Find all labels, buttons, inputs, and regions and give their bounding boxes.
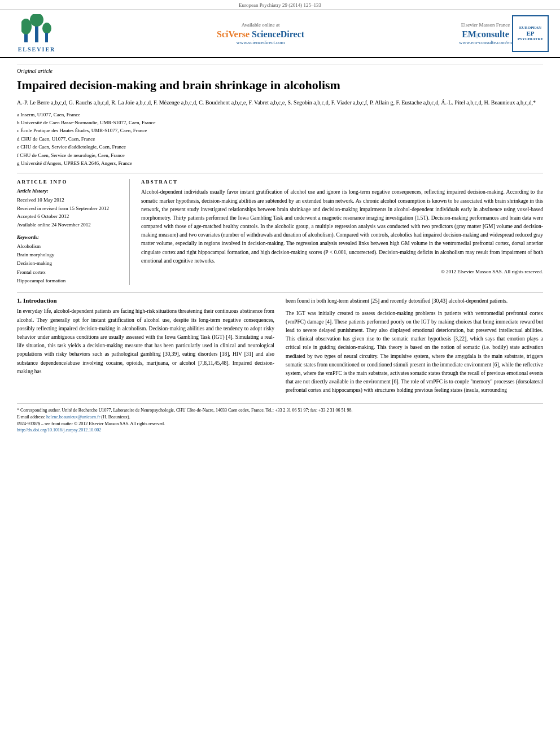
em-consulte-text: EM|consulte — [459, 29, 512, 40]
introduction-cols: 1. Introduction In everyday life, alcoho… — [17, 297, 543, 395]
received-date: Received 10 May 2012 — [17, 196, 121, 204]
affiliation-item: b Université de Caen Basse-Normandie, UM… — [17, 119, 543, 126]
header-center: Available online at SciVerse ScienceDire… — [62, 22, 459, 45]
introduction-section: 1. Introduction In everyday life, alcoho… — [17, 292, 543, 395]
em-url: www.em-consulte.com/en — [459, 40, 512, 45]
footnote-doi: http://dx.doi.org/10.1016/j.eurpsy.2012.… — [17, 427, 543, 433]
affiliations: a Inserm, U1077, Caen, Franceb Universit… — [17, 111, 543, 168]
elsevier-label: ELSEVIER — [18, 46, 56, 53]
authors-text: A.-P. Le Berre a,b,c,d, G. Rauchs a,b,c,… — [17, 99, 536, 106]
doi-link[interactable]: http://dx.doi.org/10.1016/j.eurpsy.2012.… — [17, 427, 101, 433]
affiliation-item: d CHU de Caen, U1077, Caen, France — [17, 135, 543, 143]
article-history-label: Article history: — [17, 188, 121, 194]
ep-logo-text: EUROPEAN — [519, 25, 541, 30]
page-wrapper: European Psychiatry 29 (2014) 125–133 EL… — [0, 0, 560, 438]
footnote-email-link[interactable]: helene.beaunieux@unicaen.fr — [46, 414, 100, 420]
affiliation-item: e CHU de Caen, Service d'addictologie, C… — [17, 143, 543, 151]
article-info-col: ARTICLE INFO Article history: Received 1… — [17, 179, 130, 285]
intro-right-paragraph: been found in both long-term abstinent [… — [286, 297, 543, 305]
available-online-text: Available online at — [73, 22, 448, 28]
sd-url: www.sciencedirect.com — [73, 40, 448, 45]
keywords-label: Keywords: — [17, 234, 121, 240]
header-right: Elsevier Masson France EM|consulte www.e… — [459, 22, 512, 45]
abstract-text: Alcohol-dependent individuals usually fa… — [141, 188, 543, 265]
article-info-heading: ARTICLE INFO — [17, 179, 121, 185]
sciencedirect-text: ScienceDirect — [252, 29, 304, 39]
abstract-copyright: © 2012 Elsevier Masson SAS. All rights r… — [141, 268, 543, 276]
intro-right-paragraph: The IGT was initially created to assess … — [286, 309, 543, 395]
keyword-item: Frontal cortex — [17, 268, 121, 277]
elsevier-tree-icon — [21, 14, 53, 45]
ep-logo-box: EUROPEAN EP PSYCHIATRY — [512, 15, 549, 52]
affiliation-item: g Université d'Angers, UPRES EA 2646, An… — [17, 159, 543, 167]
sciverse-text: SciVerse — [217, 29, 252, 39]
svg-point-4 — [42, 23, 51, 34]
intro-left-text: In everyday life, alcohol-dependent pati… — [17, 307, 274, 376]
abstract-heading: ABSTRACT — [141, 179, 543, 185]
keywords-section: Keywords: AlcoholismBrain morphologyDeci… — [17, 234, 121, 285]
keyword-item: Decision-making — [17, 259, 121, 268]
footnote-star: * Corresponding author. Unité de Recherc… — [17, 407, 543, 414]
ep-logo-text2: PSYCHIATRY — [518, 37, 544, 41]
intro-right-col: been found in both long-term abstinent [… — [286, 297, 543, 395]
journal-citation: European Psychiatry 29 (2014) 125–133 — [239, 2, 321, 8]
svg-rect-5 — [45, 33, 48, 42]
keywords-list: AlcoholismBrain morphologyDecision-makin… — [17, 242, 121, 285]
keyword-item: Alcoholism — [17, 242, 121, 251]
affiliation-item: c École Pratique des Hautes Études, UMR-… — [17, 126, 543, 134]
authors-line: A.-P. Le Berre a,b,c,d, G. Rauchs a,b,c,… — [17, 98, 543, 107]
online-date: Available online 24 November 2012 — [17, 221, 121, 229]
two-column-section: ARTICLE INFO Article history: Received 1… — [17, 173, 543, 285]
footnote-section: * Corresponding author. Unité de Recherc… — [17, 403, 543, 433]
intro-left-col: 1. Introduction In everyday life, alcoho… — [17, 297, 274, 395]
keyword-item: Brain morphology — [17, 251, 121, 259]
elsevier-logo: ELSEVIER — [11, 14, 62, 53]
ep-logo-big: EP — [526, 30, 534, 37]
revised-date: Received in revised form 15 September 20… — [17, 204, 121, 212]
footnote-issn: 0924-9338/$ – see front matter © 2012 El… — [17, 421, 543, 427]
svg-point-3 — [30, 14, 43, 27]
abstract-col: ABSTRACT Alcohol-dependent individuals u… — [141, 179, 543, 285]
article-type: Original article — [17, 64, 543, 74]
accepted-date: Accepted 6 October 2012 — [17, 212, 121, 220]
footnote-email: E-mail address: helene.beaunieux@unicaen… — [17, 414, 543, 421]
intro-section-title: 1. Introduction — [17, 297, 274, 304]
intro-right-text: been found in both long-term abstinent [… — [286, 297, 543, 395]
journal-bar: European Psychiatry 29 (2014) 125–133 — [0, 0, 560, 10]
affiliation-item: f CHU de Caen, Service de neurologie, Ca… — [17, 151, 543, 159]
header-logos: ELSEVIER Available online at SciVerse Sc… — [0, 10, 560, 58]
keyword-item: Hippocampal formation — [17, 277, 121, 285]
affiliation-item: a Inserm, U1077, Caen, France — [17, 111, 543, 119]
content-area: Original article Impaired decision-makin… — [0, 58, 560, 438]
elsevier-masson-text: Elsevier Masson France — [459, 22, 512, 28]
article-title: Impaired decision-making and brain shrin… — [17, 77, 543, 94]
sciverse-sciencedirect: SciVerse ScienceDirect — [73, 29, 448, 40]
